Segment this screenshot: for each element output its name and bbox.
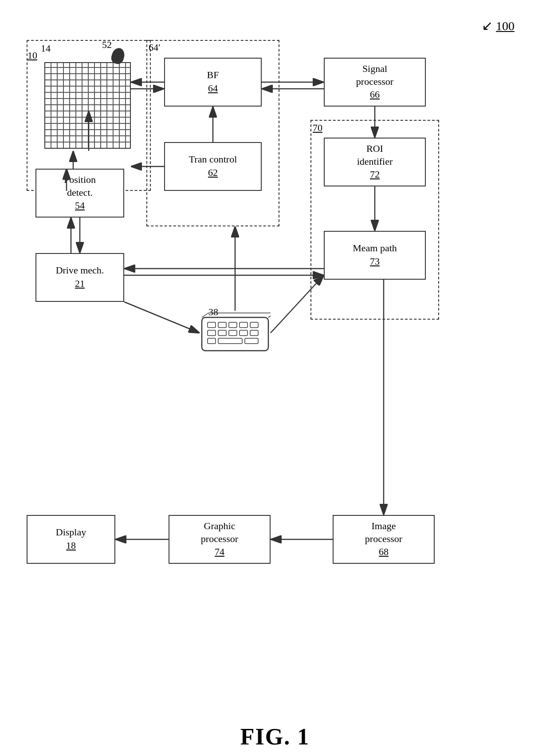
- position-detect-box: Positiondetect. 54: [35, 169, 124, 218]
- svg-rect-1: [208, 322, 216, 328]
- svg-rect-6: [208, 330, 216, 336]
- graphic-processor-num: 74: [215, 545, 224, 559]
- tran-control-box: Tran control 62: [164, 142, 262, 191]
- svg-rect-3: [229, 322, 237, 328]
- svg-rect-4: [240, 322, 248, 328]
- tran-control-num: 62: [208, 166, 218, 180]
- svg-rect-7: [218, 330, 226, 336]
- bf-num: 64: [208, 82, 218, 95]
- display-box: Display 18: [27, 515, 115, 564]
- graphic-processor-box: Graphicprocessor 74: [169, 515, 271, 564]
- svg-rect-5: [250, 322, 258, 328]
- ref-52: 52: [102, 39, 112, 51]
- ref-64prime: 64′: [149, 42, 161, 53]
- ref-100: ↙ 100: [482, 18, 515, 33]
- svg-line-14: [202, 313, 208, 317]
- bf-label: BF: [207, 69, 219, 82]
- image-processor-label: Imageprocessor: [365, 520, 402, 545]
- svg-rect-10: [250, 330, 258, 336]
- transducer-array: [44, 62, 131, 149]
- meam-path-box: Meam path 73: [324, 231, 426, 280]
- position-detect-num: 54: [75, 199, 85, 213]
- signal-processor-box: Signalprocessor 66: [324, 58, 426, 107]
- svg-line-35: [124, 302, 200, 333]
- svg-rect-11: [208, 338, 216, 344]
- roi-identifier-label: ROIidentifier: [357, 142, 393, 168]
- roi-identifier-num: 72: [370, 168, 380, 182]
- meam-path-num: 73: [370, 255, 380, 269]
- display-num: 18: [66, 539, 76, 553]
- roi-identifier-box: ROIidentifier 72: [324, 138, 426, 186]
- svg-line-17: [268, 313, 271, 317]
- bf-box: BF 64: [164, 58, 262, 107]
- graphic-processor-label: Graphicprocessor: [201, 520, 238, 545]
- svg-rect-12: [218, 338, 242, 344]
- tran-control-label: Tran control: [189, 153, 237, 166]
- signal-processor-num: 66: [370, 88, 380, 102]
- figure-label: FIG. 1: [0, 724, 550, 750]
- drive-mech-label: Drive mech.: [56, 264, 104, 277]
- drive-mech-num: 21: [75, 277, 85, 291]
- image-processor-box: Imageprocessor 68: [333, 515, 435, 564]
- svg-rect-2: [218, 322, 226, 328]
- svg-rect-8: [229, 330, 237, 336]
- meam-path-label: Meam path: [353, 242, 397, 255]
- diagram-container: ↙ 100 10 14 52 64′ BF 64 Tran control 62…: [0, 0, 550, 719]
- ref-14: 14: [41, 43, 51, 54]
- display-label: Display: [56, 526, 86, 539]
- transducer-ref-10: 10: [28, 50, 37, 61]
- ref-70: 70: [313, 122, 322, 134]
- image-processor-num: 68: [379, 545, 389, 559]
- signal-processor-label: Signalprocessor: [356, 63, 393, 88]
- position-detect-label: Positiondetect.: [64, 174, 96, 199]
- svg-rect-9: [240, 330, 248, 336]
- keyboard-icon: [200, 311, 271, 355]
- drive-mech-box: Drive mech. 21: [35, 253, 124, 302]
- svg-rect-13: [245, 338, 258, 344]
